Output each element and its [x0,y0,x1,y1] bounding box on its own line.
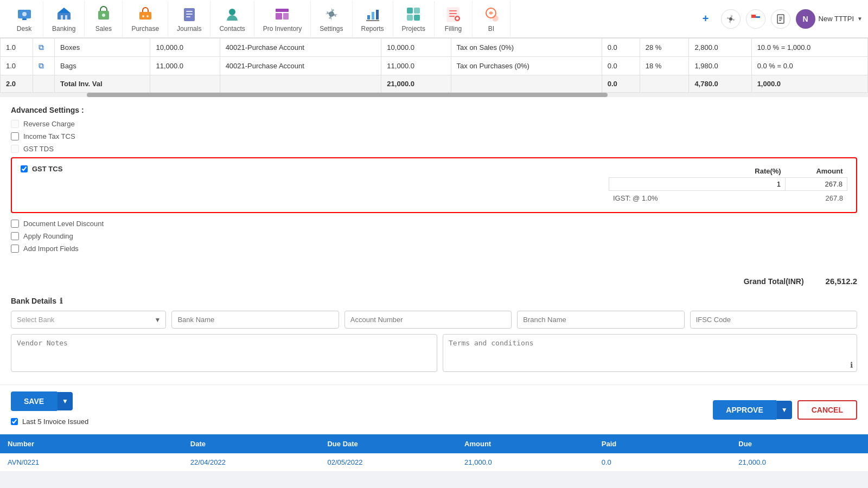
total-account-blank [220,75,381,93]
save-dropdown-button[interactable]: ▼ [57,392,73,410]
nav-label-journals: Journals [177,25,201,33]
external-link-icon-1[interactable]: ⧉ [39,43,44,52]
col-header-due: Due [731,434,868,453]
add-button[interactable]: + [696,9,716,29]
gst-tcs-checkbox[interactable] [21,165,28,172]
svg-rect-19 [276,9,289,12]
cell-icon-2[interactable]: ⧉ [33,57,55,75]
total-qty: 2.0 [1,75,33,93]
cell-total-2: 11,000.0 [381,57,451,75]
gst-tcs-rate-value[interactable] [609,178,786,191]
nav-item-pro-inventory[interactable]: Pro Inventory [254,1,311,37]
nav-item-desk[interactable]: Desk [5,1,43,37]
bottom-table-area: Number Date Due Date Amount Paid Due AVN… [0,434,868,472]
user-name: New TTTPI [819,15,854,23]
nav-right: + N [696,9,863,29]
select-bank-dropdown[interactable]: Select Bank [11,311,166,329]
nav-label-pro-inventory: Pro Inventory [263,25,302,33]
user-menu[interactable]: N New TTTPI ▼ [796,9,863,29]
cell-taxamt-2: 1,980.0 [689,57,751,75]
nav-item-reports[interactable]: Reports [353,1,393,37]
svg-rect-41 [756,16,760,18]
total-taxamt: 4,780.0 [689,75,751,93]
col-header-paid: Paid [594,434,731,453]
nav-item-contacts[interactable]: Contacts [210,1,254,37]
gst-tds-checkbox[interactable] [11,145,19,153]
svg-rect-44 [779,18,782,20]
flag-button[interactable] [746,9,765,29]
main-content: 1.0 ⧉ Boxes 10,000.0 40021-Purchase Acco… [0,38,868,472]
nav-item-projects[interactable]: Projects [393,1,435,37]
bottom-table-header: Number Date Due Date Amount Paid Due [0,434,868,453]
terms-conditions-textarea[interactable] [443,334,857,372]
cell-due-date: 02/05/2022 [320,453,457,471]
svg-rect-28 [414,15,420,21]
gst-tcs-box: GST TCS Rate(%) Amount [11,157,857,213]
gst-tcs-amount-value: 267.8 [786,178,847,191]
svg-rect-43 [779,17,782,18]
gst-tds-label: GST TDS [23,145,54,153]
ifsc-code-input[interactable] [690,311,857,329]
settings-gear-button[interactable] [721,9,741,29]
document-level-discount-checkbox[interactable] [11,220,19,228]
cell-date: 22/04/2022 [183,453,320,471]
cell-total-1: 10,000.0 [381,38,451,57]
income-tax-tcs-checkbox[interactable] [11,132,19,140]
svg-point-10 [142,15,144,17]
svg-rect-39 [751,15,756,18]
desk-icon [16,5,33,23]
cell-net-2: 0.0 % = 0.0 [751,57,867,75]
advanced-settings-section: Advanced Settings : Reverse Charge Incom… [0,97,868,271]
nav-item-bi[interactable]: BI [473,1,510,37]
approve-button[interactable]: APPROVE [713,400,776,420]
gst-tcs-header: GST TCS [21,165,62,173]
bank-name-input[interactable] [171,311,339,329]
svg-rect-15 [186,16,190,17]
external-link-icon-2[interactable]: ⧉ [39,61,44,70]
vendor-notes-textarea[interactable] [11,334,437,372]
save-button[interactable]: SAVE [11,391,57,411]
svg-rect-23 [376,10,379,20]
doc-button[interactable] [771,9,790,29]
cell-taxname-1: Tax on Sales (0%) [451,38,602,57]
nav-item-sales[interactable]: Sales [85,1,123,37]
document-level-discount-label: Document Level Discount [23,220,104,228]
gst-tcs-table: Rate(%) Amount 267.8 [609,165,847,206]
apply-rounding-row: Apply Rounding [11,232,846,240]
gst-tcs-footer: IGST: @ 1.0% 267.8 [609,191,847,206]
account-number-input[interactable] [344,311,512,329]
cell-number[interactable]: AVN/0221 [0,453,183,471]
approve-dropdown-button[interactable]: ▼ [776,401,792,419]
total-icon-placeholder [33,75,55,93]
gst-tcs-rate-input[interactable] [614,180,781,188]
nav-item-journals[interactable]: Journals [168,1,210,37]
cell-due: 21,000.0 [731,453,868,471]
top-nav: Desk Banking Sales [0,0,868,38]
approve-btn-wrap: APPROVE ▼ [713,400,792,420]
add-import-fields-label: Add Import Fields [23,245,79,253]
total-label: Total Inv. Val [55,75,150,93]
last-invoice-checkbox[interactable] [11,418,18,425]
nav-item-filling[interactable]: Filling [435,1,473,37]
cell-account-1: 40021-Purchase Account [220,38,381,57]
branch-name-input[interactable] [517,311,684,329]
nav-item-settings[interactable]: Settings [311,1,352,37]
reverse-charge-label: Reverse Charge [23,120,75,128]
cell-icon-1[interactable]: ⧉ [33,38,55,57]
svg-rect-6 [65,15,67,20]
grand-total-row: Grand Total(INR) 26,512.2 [0,271,868,291]
grand-total-label: Grand Total(INR) [744,277,804,286]
svg-rect-17 [276,13,282,20]
bank-fields-row-1: Select Bank ▼ [11,311,857,329]
svg-rect-31 [449,13,457,14]
cancel-button[interactable]: CANCEL [797,400,857,420]
terms-info-icon: ℹ [850,361,853,369]
nav-item-banking[interactable]: Banking [43,1,85,37]
nav-item-purchase[interactable]: Purchase [123,1,168,37]
apply-rounding-checkbox[interactable] [11,232,19,240]
add-import-fields-checkbox[interactable] [11,245,19,253]
cell-account-2: 40021-Purchase Account [220,57,381,75]
reverse-charge-checkbox[interactable] [11,120,19,128]
bank-details-section: Bank Details ℹ Select Bank ▼ ℹ [0,291,868,384]
cell-paid: 0.0 [594,453,731,471]
